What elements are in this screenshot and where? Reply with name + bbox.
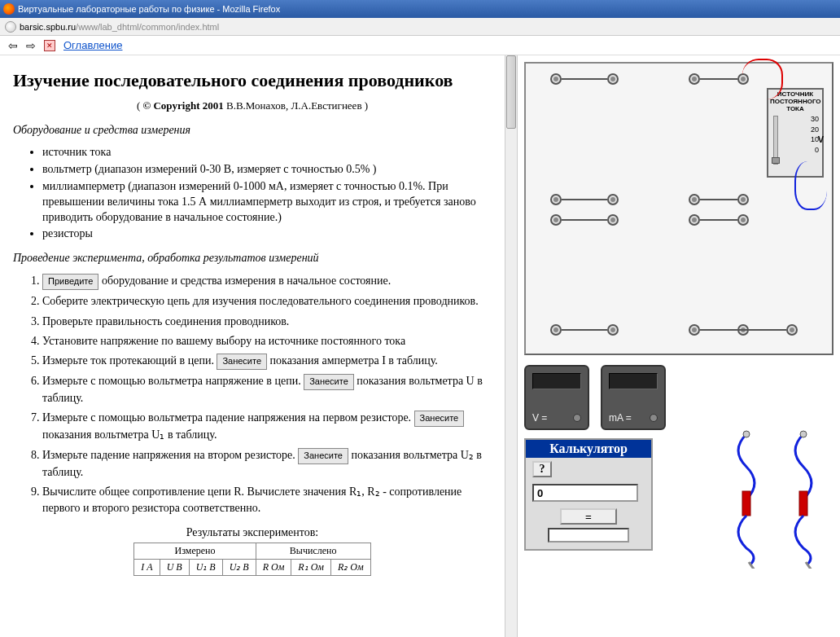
results-table: ИзмереноВычислено I А U В U₁ В U₂ В R Ом… [133, 543, 370, 576]
list-item: миллиамперметр (диапазон измерений 0-100… [42, 179, 492, 226]
terminal[interactable] [607, 73, 619, 85]
back-button[interactable]: ⇦ [8, 39, 18, 52]
strip [562, 199, 607, 200]
page-title: Изучение последовательного соединения пр… [13, 70, 492, 91]
list-item: источник тока [42, 145, 492, 160]
calculator-title: Калькулятор [526, 440, 651, 458]
list-item: Измерьте с помощью вольтметра падение на… [42, 410, 492, 443]
svg-point-1 [743, 431, 750, 437]
results-heading: Результаты экспериментов: [13, 526, 492, 539]
power-supply[interactable]: ИСТОЧНИК ПОСТОЯННОГО ТОКА 3020100 V [767, 88, 824, 178]
circuit-board[interactable]: ИСТОЧНИК ПОСТОЯННОГО ТОКА 3020100 V [524, 62, 833, 355]
list-item: Соберите электрическую цепь для изучения… [42, 293, 492, 310]
terminal[interactable] [689, 214, 700, 226]
meter-terminal[interactable] [650, 414, 658, 422]
list-item: Вычислите общее сопротивление цепи R. Вы… [42, 484, 492, 517]
meter-terminal[interactable] [573, 414, 581, 422]
calculator-output [548, 528, 629, 543]
terminal[interactable] [607, 214, 619, 226]
strip [700, 219, 737, 221]
scrollbar[interactable] [505, 55, 518, 637]
stop-icon[interactable]: ✕ [44, 40, 55, 51]
psu-slider-track [773, 116, 778, 165]
terminal[interactable] [737, 194, 749, 205]
list-item: Измерьте падение напряжения на втором ре… [42, 447, 492, 481]
probes [726, 430, 824, 569]
simulation-pane: ИСТОЧНИК ПОСТОЯННОГО ТОКА 3020100 V V = … [518, 55, 840, 637]
url-path: /www/lab_dhtml/common/index.html [76, 22, 219, 32]
terminal[interactable] [550, 73, 562, 85]
calculator-input[interactable] [532, 484, 638, 502]
terminal[interactable] [550, 324, 562, 336]
svg-point-3 [800, 431, 807, 437]
meters-row: V = mA = [524, 365, 833, 430]
terminal[interactable] [689, 73, 700, 85]
content-pane: Изучение последовательного соединения пр… [0, 55, 505, 637]
voltmeter-display [532, 373, 581, 389]
forward-button[interactable]: ⇨ [26, 39, 36, 52]
strip [700, 199, 737, 200]
list-item: резисторы [42, 226, 492, 242]
resistor-probe[interactable] [726, 430, 767, 569]
list-item: Проверьте правильность соединения провод… [42, 314, 492, 330]
terminal[interactable] [737, 73, 749, 85]
copyright: ( © Copyright 2001 В.В.Монахов, Л.А.Евст… [13, 99, 492, 112]
strip [562, 219, 607, 221]
list-item: Приведите оборудование и средства измере… [42, 273, 492, 290]
equipment-list: источник тока вольтметр (диапазон измере… [42, 145, 492, 242]
firefox-icon [3, 3, 15, 15]
list-item: вольтметр (диапазон измерений 0-30 В, из… [42, 162, 492, 178]
voltmeter-label: V = [532, 412, 547, 424]
terminal[interactable] [737, 214, 749, 226]
globe-icon [5, 21, 16, 33]
strip [700, 78, 737, 80]
save-button[interactable]: Занесите [414, 411, 465, 427]
terminal[interactable] [550, 214, 562, 226]
ammeter-label: mA = [609, 412, 632, 424]
terminal[interactable] [607, 324, 619, 336]
voltmeter[interactable]: V = [524, 365, 589, 430]
terminal[interactable] [689, 324, 700, 336]
ammeter-display [609, 373, 658, 389]
window-titlebar: Виртуальные лабораторные работы по физик… [0, 0, 840, 18]
scroll-thumb[interactable] [506, 55, 516, 129]
save-button[interactable]: Занесите [304, 374, 354, 390]
window-title: Виртуальные лабораторные работы по физик… [18, 4, 280, 14]
psu-label: ИСТОЧНИК ПОСТОЯННОГО ТОКА [768, 90, 822, 114]
procedure-heading: Проведение эксперимента, обработка резул… [13, 252, 492, 265]
list-item: Измерьте ток протекающий в цепи. Занесит… [42, 353, 492, 370]
resistor-probe[interactable] [783, 430, 824, 569]
psu-slider-knob[interactable] [772, 157, 780, 164]
terminal[interactable] [550, 194, 562, 205]
equipment-heading: Оборудование и средства измерения [13, 124, 492, 137]
address-bar[interactable]: barsic.spbu.ru/www/lab_dhtml/common/inde… [0, 18, 840, 36]
strip [700, 329, 786, 331]
terminal[interactable] [689, 194, 700, 205]
svg-rect-2 [799, 491, 807, 516]
terminal[interactable] [786, 324, 798, 336]
strip [562, 78, 607, 80]
save-button[interactable]: Занесите [217, 354, 267, 370]
toc-link[interactable]: Оглавление [63, 39, 122, 51]
psu-unit: V [818, 134, 824, 144]
svg-rect-0 [742, 491, 750, 516]
page-toolbar: ⇦ ⇨ ✕ Оглавление [0, 36, 840, 55]
procedure-list: Приведите оборудование и средства измере… [42, 273, 492, 516]
save-button[interactable]: Занесите [298, 448, 348, 464]
list-item: Установите напряжение по вашему выбору н… [42, 333, 492, 349]
url-host: barsic.spbu.ru [20, 22, 76, 32]
terminal[interactable] [607, 194, 619, 205]
calculator-help-button[interactable]: ? [532, 461, 552, 477]
list-item: Измерьте с помощью вольтметра напряжение… [42, 373, 492, 406]
strip [562, 329, 607, 331]
reset-button[interactable]: Приведите [42, 274, 98, 290]
calculator: Калькулятор ? = [524, 438, 653, 551]
calculator-equals-button[interactable]: = [560, 508, 617, 525]
ammeter[interactable]: mA = [601, 365, 666, 430]
